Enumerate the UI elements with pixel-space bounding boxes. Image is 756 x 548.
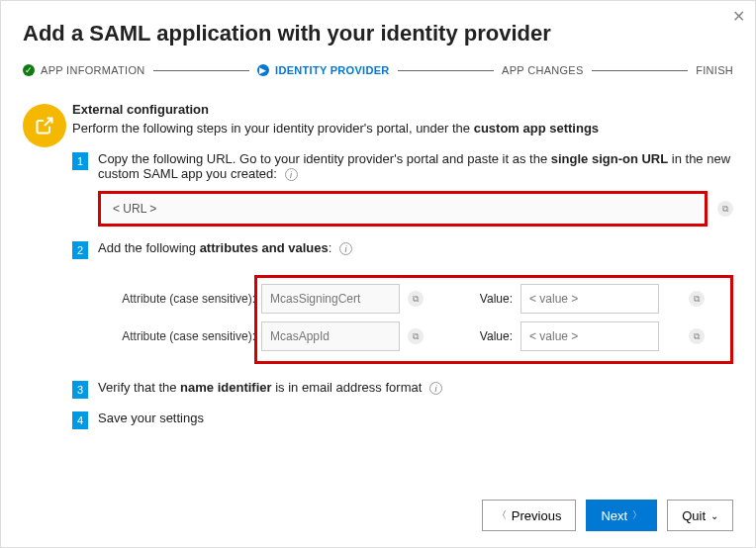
previous-button[interactable]: 〈Previous [482,500,577,531]
connector [592,70,689,71]
step-app-changes: APP CHANGES [502,64,584,76]
attribute-name-input[interactable] [261,284,400,314]
close-icon[interactable]: ✕ [732,7,745,26]
check-icon: ✓ [23,64,35,76]
step-number: 1 [72,152,88,170]
section-title: External configuration [72,102,733,117]
step-number: 2 [72,241,88,259]
step-finish: FINISH [696,64,733,76]
page-title: Add a SAML application with your identit… [23,21,733,46]
info-icon[interactable]: i [339,242,352,255]
attribute-value-input[interactable] [520,321,659,351]
attribute-label: Attribute (case sensitive): [105,329,261,343]
instruction-step-4: 4 Save your settings [72,411,733,429]
chevron-right-icon: 〉 [632,508,642,522]
stepper: ✓ APP INFORMATION ▶ IDENTITY PROVIDER AP… [23,64,733,76]
value-label: Value: [463,292,520,306]
attribute-row: Attribute (case sensitive): ⧉ Value: ⧉ [265,284,722,314]
attribute-row: Attribute (case sensitive): ⧉ Value: ⧉ [265,321,722,351]
copy-icon[interactable]: ⧉ [689,291,705,307]
footer: 〈Previous Next〉 Quit⌄ [482,500,733,531]
section-description: Perform the following steps in your iden… [72,121,733,136]
quit-button[interactable]: Quit⌄ [667,500,733,531]
step-number: 4 [72,411,88,429]
url-value[interactable]: < URL > [98,191,708,227]
instruction-step-1: 1 Copy the following URL. Go to your ide… [72,151,733,227]
attribute-value-input[interactable] [520,284,659,314]
copy-icon[interactable]: ⧉ [689,328,705,344]
copy-icon[interactable]: ⧉ [717,201,733,217]
copy-icon[interactable]: ⧉ [408,328,424,344]
external-link-icon [23,104,66,147]
chevron-down-icon: ⌄ [710,510,718,521]
instruction-step-3: 3 Verify that the name identifier is in … [72,380,733,399]
attribute-label: Attribute (case sensitive): [105,292,261,306]
next-button[interactable]: Next〉 [586,500,657,531]
step-identity-provider: ▶ IDENTITY PROVIDER [257,64,390,76]
value-label: Value: [463,329,520,343]
copy-icon[interactable]: ⧉ [408,291,424,307]
play-icon: ▶ [257,64,269,76]
attribute-name-input[interactable] [261,321,400,351]
step-app-information: ✓ APP INFORMATION [23,64,145,76]
chevron-left-icon: 〈 [497,508,507,522]
connector [153,70,250,71]
instruction-step-2: 2 Add the following attributes and value… [72,240,733,364]
info-icon[interactable]: i [285,168,298,181]
connector [398,70,495,71]
modal: ✕ Add a SAML application with your ident… [0,0,756,548]
info-icon[interactable]: i [429,382,442,395]
step-number: 3 [72,381,88,399]
